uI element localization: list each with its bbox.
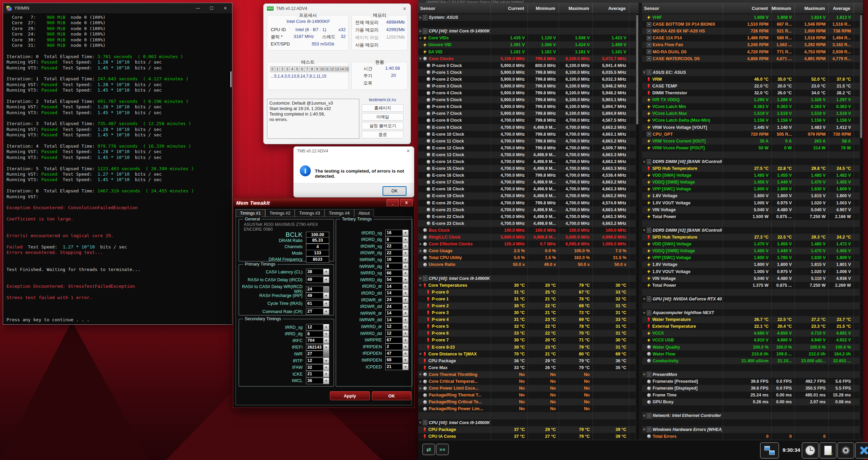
column-header-sensor[interactable]: Sensor <box>642 3 723 14</box>
sensor-row[interactable]: >Core VIDs1.435 V1.120 V1.506 V1.423 V <box>418 35 639 41</box>
sensor-row[interactable]: E-core 17 Clock4,700.0 MHz4,498.9 M...4,… <box>418 179 639 186</box>
timing-combo-command-rate-cr-[interactable]: 2T▼ <box>306 308 329 315</box>
chevron-down-icon[interactable]: ▼ <box>323 344 329 350</box>
timing-combo-trefi[interactable]: 262143▼ <box>306 344 329 351</box>
sensor-row[interactable]: SPD Hub Temperature27.5 °C22.8 °C29.8 °C… <box>642 165 863 172</box>
chevron-down-icon[interactable]: ▼ <box>323 331 329 337</box>
hwinfo-titlebar[interactable]: HWiNFO64 v7.60-5300 Sensor Status [264 v… <box>418 0 863 3</box>
sensor-row[interactable]: VDDQ [SWB] Voltage1.455 V1.440 V1.470 V1… <box>642 179 863 186</box>
sensor-row[interactable]: P-core 633 °C22 °C70 °C31 °C <box>418 330 639 337</box>
sensor-row[interactable]: VCC5 USB4.910 V4.880 V4.940 V4.922 V <box>642 337 863 343</box>
tm5-test-cell[interactable]: 8 <box>310 66 315 72</box>
sensor-row[interactable]: >Core Usage2.5 %0.0 %100.0 %7.0 % <box>418 247 639 254</box>
sensor-row[interactable]: 1.8V Voltage1.800 V1.800 V1.815 V1.801 V <box>642 261 863 268</box>
timing-combo-trdrd-dr[interactable]: 14▼ <box>385 283 409 290</box>
sensor-row[interactable]: VDD [SWA] Voltage1.470 V1.455 V1.485 V1.… <box>642 241 863 247</box>
close-icon[interactable]: ✕ <box>406 149 410 153</box>
sensor-row[interactable]: P-core 730 °C20 °C71 °C30 °C <box>418 337 639 343</box>
timing-combo-twrrd-dr[interactable]: 12▼ <box>385 323 409 330</box>
chevron-down-icon[interactable]: ˅ <box>642 160 646 164</box>
sensor-row[interactable]: Package/Ring Thermal T...NoNoNo <box>418 392 639 398</box>
timing-combo-ras-to-cas-delay-wr-trcd-wr-[interactable]: 24▼ <box>306 286 329 293</box>
chevron-down-icon[interactable]: ▼ <box>402 330 408 336</box>
sensor-row[interactable]: Total Errors000 <box>642 433 863 440</box>
fast-forward-button[interactable]: »» <box>436 444 449 455</box>
timing-combo-trdrd-dd[interactable]: 14▼ <box>385 290 409 296</box>
sensor-row[interactable]: Water Temperature26.7 °C22.5 °C27.2 °C23… <box>642 316 863 323</box>
timing-combo-twcl[interactable]: 36▼ <box>306 378 329 384</box>
sensor-row[interactable]: VIN Voltage5.040 V4.480 V5.110 V4.936 V <box>642 275 863 282</box>
chevron-right-icon[interactable]: > <box>418 242 423 246</box>
sensor-row[interactable]: VCore Latch Max1.519 V1.519 V1.519 V1.51… <box>642 110 863 117</box>
sensor-row[interactable]: P-core 5 Clock5,900.0 MHz799.8 MHz6,100.… <box>418 96 639 103</box>
terminal-titlebar[interactable]: Y90MIN — ☐ ✕ <box>3 3 232 13</box>
chevron-down-icon[interactable]: ˅ <box>418 276 423 280</box>
sensor-row[interactable]: P-core 1 Clock5,900.0 MHz799.8 MHz6,100.… <box>418 69 639 76</box>
chevron-down-icon[interactable]: ˅ <box>642 373 646 376</box>
sensor-row[interactable]: VIN Voltage5.040 V4.480 V5.040 V4.907 V <box>642 206 863 213</box>
sensor-row[interactable]: CASE WATERCOOL D54,856 RPM4,671 ...4,891… <box>642 55 863 62</box>
timing-combo-twrpre[interactable]: 67▼ <box>385 337 409 343</box>
chevron-down-icon[interactable]: ▼ <box>402 270 408 276</box>
timing-combo-trdwr-dd[interactable]: 24▼ <box>385 303 409 310</box>
timing-combo-trfc[interactable]: 704▼ <box>306 337 329 344</box>
chevron-down-icon[interactable]: ˅ <box>642 70 646 74</box>
chevron-right-icon[interactable]: > <box>418 373 423 376</box>
chevron-down-icon[interactable]: ˅ <box>642 311 646 315</box>
sensor-row[interactable]: VRM Vcore Power [POUT]50 W0 W314 W78 W <box>642 145 863 151</box>
sensor-row[interactable]: Framerate [Displayed]39.6 FPS0.0 FPS350.… <box>642 385 863 392</box>
sensor-row[interactable]: P-core 7 Clock5,900.0 MHz799.8 MHz6,100.… <box>418 110 639 117</box>
chevron-down-icon[interactable]: ˅ <box>642 428 646 431</box>
sensor-row[interactable]: DIMM Thermistor32.0 °C26.0 °C34.0 °C28.2… <box>642 90 863 96</box>
sensor-row[interactable]: >Core Power Limit Exce...NoNoNo <box>418 385 639 392</box>
terminal-scrollbar[interactable] <box>230 71 231 87</box>
sensor-row[interactable]: Uncore VID1.391 V1.306 V1.424 V1.409 V <box>418 41 639 48</box>
sensor-row[interactable]: MO-RA DUAL D54,720 RPM771 R...4,753 RPM2… <box>642 48 863 55</box>
sensor-row[interactable]: Water Quality100.0 %100.0 %100.0 %100.0 … <box>642 344 863 351</box>
tm5-test-cell[interactable]: 5 <box>295 66 300 72</box>
sensor-row[interactable]: Core Max33 °C26 °C79 °C35 °C <box>418 364 639 371</box>
tm5-test-cell[interactable]: 4 <box>290 66 295 72</box>
sensor-row[interactable]: E-core 13 Clock4,700.0 MHz4,498.9 M...4,… <box>418 151 639 158</box>
dialog-titlebar[interactable]: TM5 v0.12 ADV4 ✕ <box>294 147 414 155</box>
chevron-down-icon[interactable]: ▼ <box>323 351 329 357</box>
chevron-right-icon[interactable]: > <box>642 297 646 301</box>
sensor-section-row[interactable]: ˅Windows Hardware Errors [WHEA] <box>642 426 863 433</box>
sensor-row[interactable]: Conductivity21.400 uS/cm21.10...23.000 u… <box>642 357 863 364</box>
tab-timings-4[interactable]: Timings #4 <box>324 209 354 217</box>
chevron-down-icon[interactable]: ▼ <box>402 230 408 236</box>
chevron-down-icon[interactable]: ▼ <box>402 357 408 363</box>
sensor-row[interactable]: Water Flow210.8 l/h109.0 ...212.0 l/h164… <box>642 351 863 357</box>
chevron-right-icon[interactable]: > <box>418 387 423 390</box>
sensor-section-row[interactable]: ˅CPU [#0]: Intel Core i9-14900KF: Enhanc… <box>418 419 639 426</box>
sensor-row[interactable]: P-core 0 Clock5,900.0 MHz800.0 MHz6,100.… <box>418 62 639 69</box>
timing-combo-twrrd-dg[interactable]: 54▼ <box>385 276 409 283</box>
sensor-row[interactable]: 1.0V VOUT Voltage1.005 V0.975 V1.020 V1.… <box>642 268 863 275</box>
sensor-row[interactable]: E-core 14 Clock4,700.0 MHz4,498.9 M...4,… <box>418 158 639 165</box>
left-panel-scrollbar[interactable] <box>636 14 639 460</box>
chevron-down-icon[interactable]: ▼ <box>402 243 408 249</box>
column-header-minimum[interactable]: Minimum <box>528 3 559 14</box>
sensor-row[interactable]: External Temperature22.1 °C20.4 °C23.3 °… <box>642 323 863 330</box>
chevron-down-icon[interactable]: ▼ <box>323 338 329 343</box>
sensor-row[interactable]: P-core 532 °C22 °C78 °C31 °C <box>418 323 639 330</box>
column-header-average[interactable]: Average <box>829 3 854 14</box>
chevron-down-icon[interactable]: ▼ <box>323 293 329 299</box>
timing-combo-cas-latency-cl-[interactable]: 38▼ <box>306 269 329 275</box>
minimize-icon[interactable]: — <box>191 3 205 13</box>
chevron-down-icon[interactable]: ▼ <box>402 284 408 289</box>
chevron-down-icon[interactable]: ▼ <box>323 269 329 275</box>
tm5-test-cell[interactable]: 9 <box>315 66 320 72</box>
timing-combo-trdrd-sg[interactable]: 16▼ <box>385 230 409 236</box>
report-button[interactable] <box>819 442 837 459</box>
timing-combo-trdwr-sg[interactable]: 22▼ <box>385 243 409 249</box>
column-header-maximum[interactable]: Maximum <box>559 3 593 14</box>
sensor-row[interactable]: E-core 11 Clock4,700.0 MHz799.8 MHz4,700… <box>418 138 639 145</box>
column-header-average[interactable]: Average <box>593 3 629 14</box>
chevron-down-icon[interactable]: ▼ <box>323 365 329 370</box>
timing-combo-twrwr-sg[interactable]: 16▼ <box>385 256 409 263</box>
sensor-row[interactable]: Framerate [Presented]39.6 FPS0.0 FPS492.… <box>642 378 863 385</box>
column-header-minimum[interactable]: Minimum <box>772 3 795 14</box>
tm5-test-cell[interactable]: 11 <box>325 66 330 72</box>
tm5-test-cell[interactable]: 12 <box>330 66 334 72</box>
